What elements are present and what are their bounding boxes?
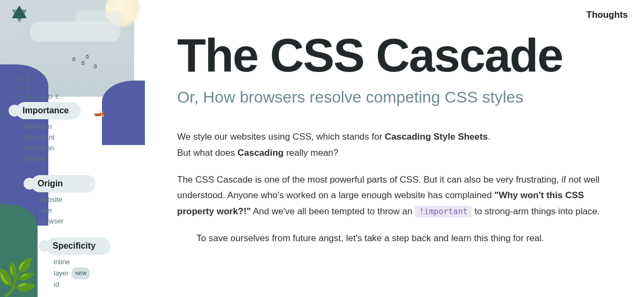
- sidebar-title-line: CSS: [13, 84, 62, 92]
- new-badge: NEW: [72, 267, 90, 279]
- page-title: The CSS Cascade: [177, 32, 617, 78]
- sidebar-title-line: CASCADE: [13, 92, 62, 101]
- cloud-icon: [75, 11, 123, 25]
- sidebar-title: THE CSS CASCADE: [13, 75, 62, 101]
- section-item[interactable]: !important: [24, 132, 55, 143]
- section-heading-origin[interactable]: Origin: [31, 175, 96, 192]
- text: to strong-arm things into place.: [474, 206, 599, 216]
- section-item[interactable]: browser: [39, 216, 63, 227]
- sidebar-illustration: 𐐘 𐐘 𐐘 𐐘 🌿 🛶 THE CSS CASCADE Importance t…: [0, 0, 134, 297]
- text: But what does: [177, 148, 237, 158]
- bird-icon: 𐐘: [94, 63, 97, 69]
- text: We style our websites using CSS, which s…: [177, 132, 385, 142]
- bird-icon: 𐐘: [86, 54, 89, 60]
- section-item[interactable]: inline: [54, 257, 70, 267]
- text: .: [488, 132, 491, 142]
- section-item[interactable]: transition: [24, 121, 52, 132]
- cascade-section-specificity: Specificity inline layer NEW id: [46, 237, 123, 290]
- text-bold: Cascading Style Sheets: [385, 132, 488, 142]
- section-heading-importance[interactable]: Importance: [16, 102, 80, 119]
- cascade-nav: Importance transition !important animati…: [16, 102, 123, 297]
- section-item[interactable]: layer: [54, 268, 69, 279]
- section-heading-specificity[interactable]: Specificity: [46, 237, 111, 255]
- section-item[interactable]: user: [39, 205, 52, 216]
- bird-icon: 𐐘: [82, 60, 84, 66]
- section-item[interactable]: normal: [24, 154, 45, 164]
- bird-icon: 𐐘: [72, 56, 75, 62]
- page-subtitle: Or, How browsers resolve competing CSS s…: [177, 88, 617, 106]
- paragraph: We style our websites using CSS, which s…: [177, 129, 617, 161]
- section-item[interactable]: animation: [24, 143, 54, 154]
- section-item[interactable]: website: [39, 194, 62, 205]
- paragraph: The CSS Cascade is one of the most power…: [177, 172, 617, 220]
- cascade-section-importance: Importance transition !important animati…: [16, 102, 123, 164]
- paragraph: To save ourselves from future angst, let…: [177, 230, 617, 247]
- article: The CSS Cascade Or, How browsers resolve…: [177, 32, 617, 257]
- section-item[interactable]: id: [54, 279, 59, 290]
- sidebar-title-line: THE: [13, 75, 62, 84]
- logo-icon: [10, 4, 29, 26]
- nav-thoughts-link[interactable]: Thoughts: [587, 10, 628, 20]
- text-bold: Cascading: [237, 148, 283, 158]
- text: really mean?: [283, 148, 338, 158]
- cascade-section-origin: Origin website user browser: [31, 175, 123, 227]
- text: And we've all been tempted to throw an: [251, 206, 415, 216]
- article-body: We style our websites using CSS, which s…: [177, 129, 617, 247]
- inline-code: !important: [415, 206, 472, 218]
